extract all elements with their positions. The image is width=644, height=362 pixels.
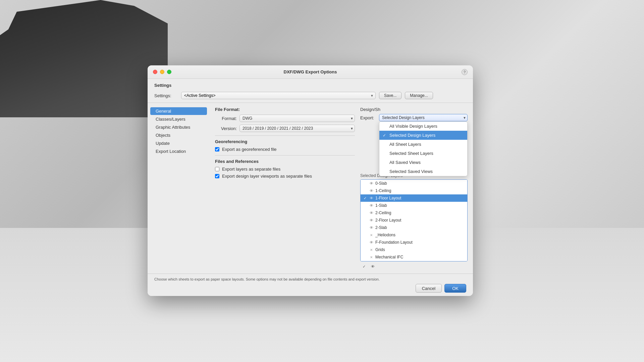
layer-name: 2-Slab — [375, 225, 387, 230]
layer-name: Grids — [375, 247, 385, 252]
layers-toolbar: ✓ 👁 — [360, 263, 468, 269]
left-content-pane: File Format: Format: DWG DXF ▼ Version: — [215, 107, 355, 269]
dropdown-item-all-saved-views[interactable]: All Saved Views — [379, 158, 467, 167]
footer-hint-text: Choose which sheets to export as paper s… — [154, 277, 466, 281]
nav-item-classes-layers[interactable]: Classes/Layers — [150, 115, 207, 123]
layers-separate-checkbox[interactable] — [215, 167, 219, 171]
modal-footer: Choose which sheets to export as paper s… — [148, 274, 473, 296]
eye-icon: 👁 — [369, 240, 374, 245]
dialog-title: DXF/DWG Export Options — [284, 69, 337, 74]
layer-name: 2-Ceiling — [375, 210, 391, 215]
manage-settings-button[interactable]: Manage... — [405, 92, 433, 99]
format-label: Format: — [215, 116, 237, 121]
version-row: Version: 2018 / 2019 / 2020 / 2021 / 202… — [215, 125, 355, 132]
x-icon: ✕ — [369, 232, 374, 238]
layer-item-r1-roof-layout[interactable]: 👁 R1-Roof Layout — [361, 261, 467, 261]
export-dropdown-menu: All Visible Design Layers ✓ Selected Des… — [379, 121, 468, 176]
layer-checkmark: ✓ — [363, 196, 367, 200]
layer-item-grids[interactable]: ✕ Grids — [361, 246, 467, 253]
x-icon: ✕ — [369, 254, 374, 260]
layer-item-1-slab[interactable]: 👁 1-Slab — [361, 202, 467, 209]
nav-item-graphic-attributes[interactable]: Graphic Attributes — [150, 123, 207, 131]
layer-item-1-floor-layout[interactable]: ✓ 👁 1-Floor Layout — [361, 194, 467, 202]
eye-icon: 👁 — [369, 210, 374, 216]
layer-item-0-slab[interactable]: 👁 0-Slab — [361, 180, 467, 187]
layers-list[interactable]: 👁 0-Slab 👁 1-Ceiling ✓ 👁 1-Floor Layout — [360, 179, 468, 261]
minimize-button[interactable] — [160, 70, 164, 74]
layer-name: F-Foundation Layout — [375, 240, 413, 245]
layer-item-1-ceiling[interactable]: 👁 1-Ceiling — [361, 187, 467, 194]
help-button[interactable]: ? — [462, 69, 468, 75]
format-select-wrapper: DWG DXF ▼ — [239, 115, 355, 122]
layer-item-2-ceiling[interactable]: 👁 2-Ceiling — [361, 209, 467, 217]
footer-buttons: Cancel OK — [154, 284, 466, 293]
layers-eye-icon[interactable]: 👁 — [370, 263, 376, 269]
layers-check-all-icon[interactable]: ✓ — [361, 263, 367, 269]
layer-item-foundation-layout[interactable]: 👁 F-Foundation Layout — [361, 239, 467, 246]
layer-item-2-floor-layout[interactable]: 👁 2-Floor Layout — [361, 217, 467, 224]
right-content-pane: Design/Sh Export: Selected Design Layers… — [360, 107, 468, 269]
version-select-wrapper: 2018 / 2019 / 2020 / 2021 / 2022 / 2023 … — [239, 125, 355, 132]
dropdown-item-all-sheet[interactable]: All Sheet Layers — [379, 140, 467, 149]
georef-divider — [215, 135, 355, 136]
layer-name: 2-Floor Layout — [375, 218, 401, 223]
close-button[interactable] — [153, 70, 157, 74]
layers-separate-row: Export layers as separate files — [215, 167, 355, 172]
design-viewports-label: Export design layer viewports as separat… — [222, 174, 312, 179]
active-settings-select[interactable]: <Active Settings> — [181, 92, 376, 99]
layer-item-mechanical-ifc[interactable]: ✕ Mechanical IFC — [361, 253, 467, 261]
export-dropdown-value: Selected Design Layers — [382, 115, 425, 120]
design-viewports-row: Export design layer viewports as separat… — [215, 174, 355, 179]
eye-icon: 👁 — [369, 188, 374, 193]
layers-separate-label: Export layers as separate files — [222, 167, 280, 172]
export-dropdown-arrow: ▼ — [463, 116, 466, 120]
layer-name: 0-Slab — [375, 181, 387, 186]
nav-item-objects[interactable]: Objects — [150, 131, 207, 139]
eye-icon: 👁 — [369, 195, 374, 201]
format-row: Format: DWG DXF ▼ — [215, 115, 355, 122]
dropdown-item-all-visible[interactable]: All Visible Design Layers — [379, 122, 467, 131]
nav-item-general[interactable]: General — [150, 107, 207, 115]
title-bar: DXF/DWG Export Options ? — [148, 65, 473, 79]
layer-name: 1-Ceiling — [375, 188, 391, 193]
files-ref-title: Files and References — [215, 159, 355, 164]
export-label: Export: — [360, 115, 377, 120]
layer-name: 1-Slab — [375, 203, 387, 208]
maximize-button[interactable] — [167, 70, 171, 74]
georef-checkbox-label: Export as georeferenced file — [222, 147, 277, 152]
file-format-title: File Format: — [215, 107, 355, 112]
cancel-button[interactable]: Cancel — [416, 284, 442, 293]
settings-row: Settings: <Active Settings> ▼ Save... Ma… — [148, 90, 473, 103]
dropdown-item-selected-design[interactable]: ✓ Selected Design Layers — [379, 131, 467, 140]
eye-icon: 👁 — [369, 225, 374, 230]
nav-item-update[interactable]: Update — [150, 139, 207, 147]
building-silhouette — [0, 0, 168, 117]
layer-item-heliodons[interactable]: ✕ _Heliodons — [361, 231, 467, 239]
layer-item-2-slab[interactable]: 👁 2-Slab — [361, 224, 467, 231]
dropdown-item-selected-sheet[interactable]: Selected Sheet Layers — [379, 149, 467, 158]
design-viewports-checkbox[interactable] — [215, 174, 219, 178]
dropdown-item-selected-saved-views[interactable]: Selected Saved Views — [379, 167, 467, 176]
nav-sidebar: General Classes/Layers Graphic Attribute… — [148, 103, 210, 274]
eye-icon: 👁 — [369, 181, 374, 186]
design-section-label: Design/Sh — [360, 107, 380, 112]
save-settings-button[interactable]: Save... — [379, 92, 401, 99]
eye-icon: 👁 — [369, 203, 374, 208]
layer-name: Mechanical IFC — [375, 255, 403, 259]
nav-item-export-location[interactable]: Export Location — [150, 147, 207, 155]
modal-body: General Classes/Layers Graphic Attribute… — [148, 103, 473, 274]
ok-button[interactable]: OK — [444, 284, 466, 293]
dropdown-checkmark-icon: ✓ — [383, 133, 386, 138]
x-icon: ✕ — [369, 247, 374, 252]
layer-name: 1-Floor Layout — [375, 196, 401, 200]
georef-checkbox[interactable] — [215, 147, 219, 152]
export-row: Export: Selected Design Layers ▼ All Vis… — [360, 114, 468, 121]
export-dropdown-trigger[interactable]: Selected Design Layers ▼ — [379, 114, 468, 121]
format-select[interactable]: DWG DXF — [239, 115, 355, 122]
layer-name: _Heliodons — [375, 233, 395, 237]
version-label: Version: — [215, 126, 237, 131]
version-select[interactable]: 2018 / 2019 / 2020 / 2021 / 2022 / 2023 … — [239, 125, 355, 132]
eye-icon: 👁 — [369, 218, 374, 223]
settings-key-label: Settings: — [154, 93, 178, 98]
export-dropdown-wrapper: Selected Design Layers ▼ All Visible Des… — [379, 114, 468, 121]
